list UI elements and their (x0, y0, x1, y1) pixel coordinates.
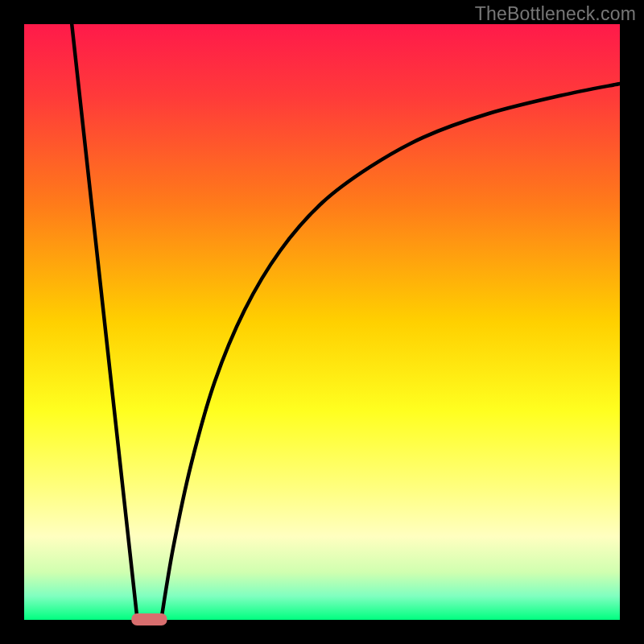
chart-frame: TheBottleneck.com (0, 0, 644, 644)
bottleneck-chart (0, 0, 644, 644)
watermark-text: TheBottleneck.com (475, 3, 636, 25)
plot-background (24, 24, 620, 620)
bottleneck-marker (131, 613, 167, 625)
